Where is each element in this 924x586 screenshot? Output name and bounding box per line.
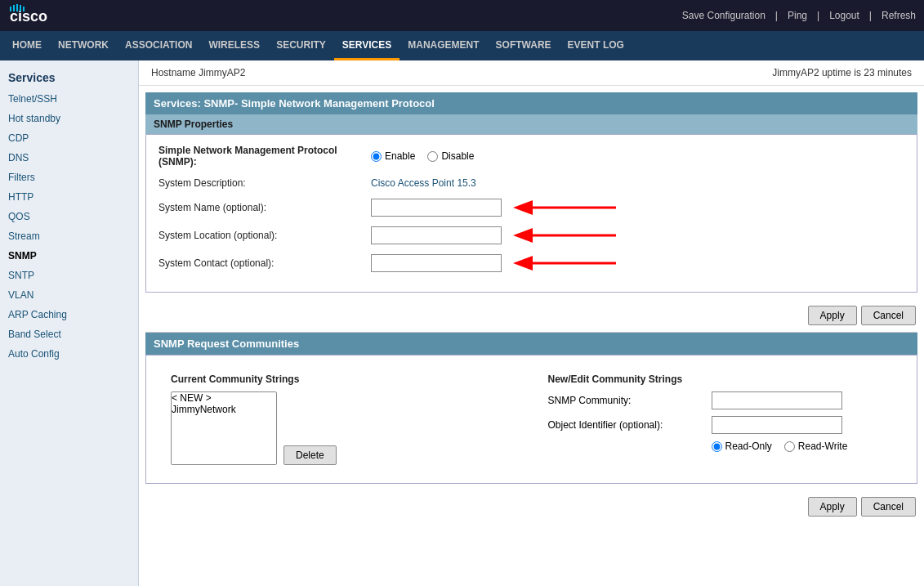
new-edit-section: New/Edit Community Strings SNMP Communit… (540, 374, 893, 465)
uptime-text: JimmyAP2 uptime is 23 minutes (772, 67, 912, 78)
svg-rect-2 (13, 5, 15, 11)
oid-label: Object Identifier (optional): (548, 419, 712, 431)
svg-rect-4 (20, 5, 21, 11)
communities-apply-button[interactable]: Apply (808, 497, 857, 517)
snmp-cancel-button[interactable]: Cancel (861, 306, 916, 325)
sys-location-input[interactable] (371, 226, 502, 244)
sidebar-item-vlan[interactable]: VLAN (0, 285, 138, 305)
listbox-container: < NEW >JimmyNetwork Delete (171, 391, 516, 465)
nav-home[interactable]: HOME (4, 31, 50, 60)
content-area: Hostname JimmyAP2 JimmyAP2 uptime is 23 … (139, 60, 924, 586)
sidebar-item-http[interactable]: HTTP (0, 187, 138, 207)
sys-desc-row: System Description: Cisco Access Point 1… (158, 177, 904, 189)
snmp-community-input[interactable] (712, 391, 842, 409)
sidebar: Services Telnet/SSHHot standbyCDPDNSFilt… (0, 60, 139, 586)
sys-desc-label: System Description: (158, 177, 371, 189)
current-community-title: Current Community Strings (171, 374, 516, 385)
svg-rect-5 (23, 7, 25, 11)
communities-button-row: Apply Cancel (139, 490, 924, 523)
sys-name-input[interactable]: FGL1447S19L (371, 199, 502, 217)
read-write-radio[interactable] (784, 441, 795, 452)
communities-section-title: SNMP Request Communities (145, 333, 917, 355)
snmp-properties-panel: Simple Network Management Protocol (SNMP… (145, 134, 917, 293)
page-section-title: Services: SNMP- Simple Network Managemen… (145, 92, 917, 114)
main-layout: Services Telnet/SSHHot standbyCDPDNSFilt… (0, 60, 924, 586)
snmp-community-row: SNMP Community: (548, 391, 893, 409)
read-write-option[interactable]: Read-Write (784, 441, 847, 452)
snmp-apply-button[interactable]: Apply (808, 306, 857, 325)
communities-cancel-button[interactable]: Cancel (861, 497, 916, 517)
snmp-properties-header: SNMP Properties (145, 114, 917, 134)
snmp-disable-radio[interactable] (427, 151, 438, 162)
new-edit-title: New/Edit Community Strings (548, 374, 893, 385)
ping-link[interactable]: Ping (788, 10, 807, 21)
sys-location-label: System Location (optional): (158, 230, 371, 241)
sidebar-item-hot-standby[interactable]: Hot standby (0, 109, 138, 128)
community-list[interactable]: < NEW >JimmyNetwork (171, 391, 277, 465)
sidebar-item-filters[interactable]: Filters (0, 168, 138, 187)
nav-association[interactable]: ASSOCIATION (117, 31, 200, 60)
read-only-radio[interactable] (712, 441, 722, 452)
sys-name-input-area: FGL1447S19L (371, 199, 624, 217)
snmp-radio-group: Enable Disable (371, 150, 474, 162)
hostname-display: Hostname JimmyAP2 (151, 67, 245, 78)
sys-contact-label: System Contact (optional): (158, 257, 371, 269)
read-only-option[interactable]: Read-Only (712, 441, 772, 452)
sidebar-item-band-select[interactable]: Band Select (0, 324, 138, 344)
sidebar-item-auto-config[interactable]: Auto Config (0, 344, 138, 364)
sidebar-item-stream[interactable]: Stream (0, 226, 138, 246)
nav-wireless[interactable]: WIRELESS (200, 31, 268, 60)
svg-rect-1 (10, 7, 11, 11)
arrow-1 (510, 199, 624, 217)
snmp-enable-option[interactable]: Enable (371, 150, 415, 162)
snmp-enable-row: Simple Network Management Protocol (SNMP… (158, 145, 904, 168)
svg-rect-3 (16, 4, 18, 11)
sidebar-item-sntp[interactable]: SNTP (0, 266, 138, 285)
nav-event log[interactable]: EVENT LOG (560, 31, 632, 60)
sidebar-item-qos[interactable]: QOS (0, 207, 138, 226)
communities-panel: Current Community Strings < NEW >JimmyNe… (145, 355, 917, 484)
hostname-bar: Hostname JimmyAP2 JimmyAP2 uptime is 23 … (139, 60, 924, 86)
sys-name-row: System Name (optional): FGL1447S19L (158, 199, 904, 217)
sidebar-item-cdp[interactable]: CDP (0, 128, 138, 148)
navbar: HOMENETWORKASSOCIATIONWIRELESSSECURITYSE… (0, 31, 924, 60)
sys-desc-value: Cisco Access Point 15.3 (371, 177, 476, 189)
sidebar-item-dns[interactable]: DNS (0, 148, 138, 168)
oid-input[interactable] (712, 416, 842, 434)
nav-services[interactable]: SERVICES (334, 31, 400, 60)
sidebar-item-snmp[interactable]: SNMP (0, 246, 138, 266)
sys-location-row: System Location (optional): (158, 226, 904, 244)
access-radio-row: Read-Only Read-Write (548, 441, 893, 452)
delete-button[interactable]: Delete (283, 445, 337, 465)
sidebar-item-telnet/ssh[interactable]: Telnet/SSH (0, 89, 138, 109)
arrow-3 (510, 254, 624, 272)
snmp-community-label: SNMP Community: (548, 395, 712, 406)
svg-text:cisco: cisco (10, 8, 47, 25)
nav-network[interactable]: NETWORK (50, 31, 117, 60)
oid-row: Object Identifier (optional): (548, 416, 893, 434)
save-config-link[interactable]: Save Configuration (682, 10, 766, 21)
logout-link[interactable]: Logout (829, 10, 859, 21)
sys-contact-row: System Contact (optional): (158, 254, 904, 272)
sys-contact-input[interactable] (371, 254, 502, 272)
hostname-value: JimmyAP2 (199, 67, 245, 78)
communities-layout: Current Community Strings < NEW >JimmyNe… (158, 365, 904, 473)
nav-software[interactable]: SOFTWARE (488, 31, 560, 60)
topbar-links: Save Configuration | Ping | Logout | Ref… (682, 10, 916, 21)
nav-security[interactable]: SECURITY (268, 31, 334, 60)
sys-location-input-area (371, 226, 624, 244)
cisco-logo: cisco (8, 3, 74, 28)
snmp-enable-radio[interactable] (371, 151, 382, 162)
snmp-properties-button-row: Apply Cancel (139, 299, 924, 332)
topbar: cisco Save Configuration | Ping | Logout… (0, 0, 924, 31)
current-communities-section: Current Community Strings < NEW >JimmyNe… (171, 374, 516, 465)
sys-name-label: System Name (optional): (158, 202, 371, 213)
snmp-disable-option[interactable]: Disable (427, 150, 474, 162)
sidebar-item-arp-caching[interactable]: ARP Caching (0, 305, 138, 324)
sidebar-title: Services (0, 65, 138, 89)
nav-management[interactable]: MANAGEMENT (400, 31, 487, 60)
sys-contact-input-area (371, 254, 624, 272)
arrow-2 (510, 226, 624, 244)
refresh-link[interactable]: Refresh (882, 10, 916, 21)
snmp-label: Simple Network Management Protocol (SNMP… (158, 145, 371, 168)
